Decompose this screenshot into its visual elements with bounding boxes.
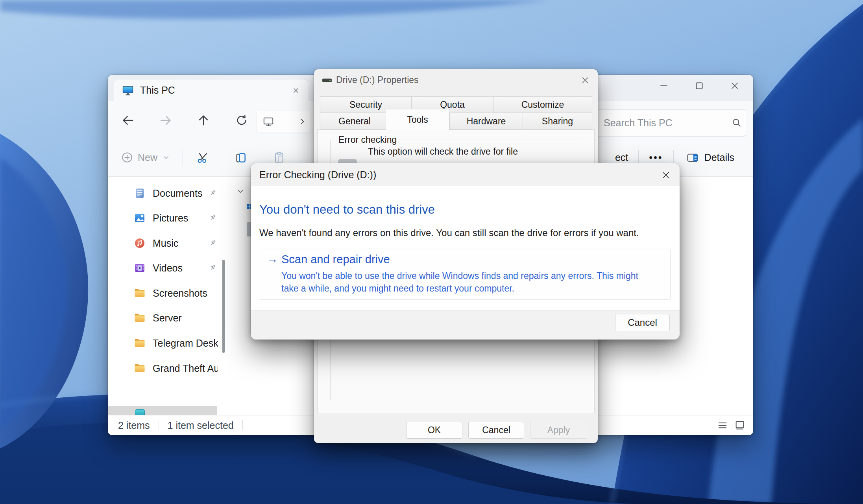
tab-close-button[interactable] xyxy=(290,84,302,97)
pin-icon xyxy=(209,189,216,197)
monitor-icon xyxy=(262,116,274,127)
error-dialog-heading: You don't need to scan this drive xyxy=(259,203,435,217)
plus-circle-icon xyxy=(121,151,133,163)
folder-icon xyxy=(134,312,146,324)
sidebar-item-documents[interactable]: Documents xyxy=(134,182,218,204)
status-divider xyxy=(159,420,159,430)
close-icon xyxy=(580,76,590,85)
tab-tools-active[interactable]: Tools xyxy=(386,109,449,130)
list-view-button[interactable] xyxy=(714,417,731,433)
search-input[interactable] xyxy=(603,117,731,129)
pin-icon xyxy=(209,264,216,271)
close-icon xyxy=(292,87,300,94)
new-label: New xyxy=(138,152,157,163)
music-icon xyxy=(134,237,146,249)
folder-icon xyxy=(134,362,146,374)
arrow-right-icon: → xyxy=(266,252,278,266)
close-icon xyxy=(661,170,671,180)
folder-icon xyxy=(134,287,146,299)
close-window-button[interactable] xyxy=(726,78,744,94)
see-more-button[interactable]: ••• xyxy=(649,152,663,163)
pin-icon xyxy=(209,214,216,222)
scan-link-title: Scan and repair drive xyxy=(281,253,390,266)
cancel-button[interactable]: Cancel xyxy=(468,422,524,439)
error-dialog-titlebar: Error Checking (Drive (D:)) xyxy=(251,163,680,186)
up-button[interactable] xyxy=(194,111,213,129)
back-arrow-icon xyxy=(121,113,135,127)
new-button[interactable]: New xyxy=(117,146,174,169)
sidebar-item-server[interactable]: Server xyxy=(134,307,218,329)
sidebar-item-screenshots[interactable]: Screenshots xyxy=(134,282,218,304)
tab-this-pc[interactable]: This PC xyxy=(114,79,308,101)
sidebar-vertical-scrollbar[interactable] xyxy=(222,260,225,353)
drive-icon xyxy=(322,75,332,85)
sidebar-item-videos[interactable]: Videos xyxy=(134,257,218,279)
minimize-button[interactable] xyxy=(655,78,673,94)
documents-icon xyxy=(134,187,146,199)
error-dialog-footer: Cancel xyxy=(251,310,680,340)
thumbnail-view-icon xyxy=(734,419,746,431)
breadcrumb-chevron-icon[interactable] xyxy=(298,117,307,126)
forward-button[interactable] xyxy=(157,111,175,129)
maximize-button[interactable] xyxy=(690,78,708,94)
group-label: Error checking xyxy=(335,135,400,145)
details-label: Details xyxy=(704,152,734,163)
chevron-down-icon xyxy=(162,153,170,161)
copy-button[interactable] xyxy=(231,148,250,167)
close-error-dialog-button[interactable] xyxy=(659,168,673,182)
items-count: 2 items xyxy=(118,420,150,431)
selection-count: 1 item selected xyxy=(168,420,234,431)
close-properties-button[interactable] xyxy=(579,74,591,87)
maximize-icon xyxy=(694,81,704,91)
folder-icon xyxy=(134,337,146,349)
window-controls xyxy=(655,78,744,94)
sidebar-horizontal-scrollbar[interactable] xyxy=(108,406,217,415)
search-box xyxy=(594,109,746,137)
cut-button[interactable] xyxy=(194,148,213,167)
details-toggle-button[interactable]: Details xyxy=(684,146,737,169)
details-pane-icon xyxy=(686,151,699,164)
tab-title: This PC xyxy=(140,85,290,96)
tab-customize[interactable]: Customize xyxy=(493,96,592,113)
pin-icon xyxy=(209,239,216,247)
minimize-icon xyxy=(659,81,669,91)
error-dialog-body-text: We haven't found any errors on this driv… xyxy=(259,227,639,238)
desktop: This PC xyxy=(0,0,863,504)
refresh-button[interactable] xyxy=(233,111,251,129)
ok-button[interactable]: OK xyxy=(406,422,462,439)
error-checking-dialog: Error Checking (Drive (D:)) You don't ne… xyxy=(251,163,680,340)
group-description: This option will check the drive for fil… xyxy=(368,146,518,157)
sidebar-item-grand-theft-auto[interactable]: Grand Theft Auto xyxy=(134,357,218,379)
sidebar-item-telegram-desktop[interactable]: Telegram Desktop xyxy=(134,332,218,354)
close-icon xyxy=(730,81,740,91)
copy-icon xyxy=(234,151,248,164)
sidebar-separator xyxy=(115,392,211,392)
error-dialog-cancel-button[interactable]: Cancel xyxy=(615,314,670,331)
refresh-icon xyxy=(235,114,248,127)
group-collapse-chevron-icon[interactable] xyxy=(236,187,245,196)
scissors-icon xyxy=(196,151,210,164)
dialog-title: Drive (D:) Properties xyxy=(336,69,419,90)
tab-sharing[interactable]: Sharing xyxy=(523,113,592,129)
address-breadcrumb-this-pc[interactable] xyxy=(257,111,310,133)
tab-hardware[interactable]: Hardware xyxy=(449,113,523,129)
apply-button[interactable]: Apply xyxy=(530,422,587,439)
error-dialog-title: Error Checking (Drive (D:)) xyxy=(259,163,376,186)
sidebar-item-music[interactable]: Music xyxy=(134,232,218,254)
videos-icon xyxy=(134,262,146,274)
back-button[interactable] xyxy=(119,111,137,129)
up-arrow-icon xyxy=(196,113,211,127)
pictures-icon xyxy=(134,212,146,224)
this-pc-icon xyxy=(122,85,134,96)
status-divider xyxy=(242,420,243,430)
sidebar-item-pictures[interactable]: Pictures xyxy=(134,207,218,229)
thumbnail-view-button[interactable] xyxy=(731,417,748,433)
scan-link-description: You won't be able to use the drive while… xyxy=(281,270,638,295)
tab-general[interactable]: General xyxy=(320,113,389,129)
search-icon xyxy=(731,117,742,128)
list-view-icon xyxy=(717,419,728,431)
select-button-fragment[interactable]: ect xyxy=(615,152,628,163)
scan-and-repair-command-link[interactable]: → Scan and repair drive You won't be abl… xyxy=(260,249,671,300)
tree-item-monitor-icon-fragment xyxy=(135,409,145,415)
toolbar-divider xyxy=(183,150,183,166)
